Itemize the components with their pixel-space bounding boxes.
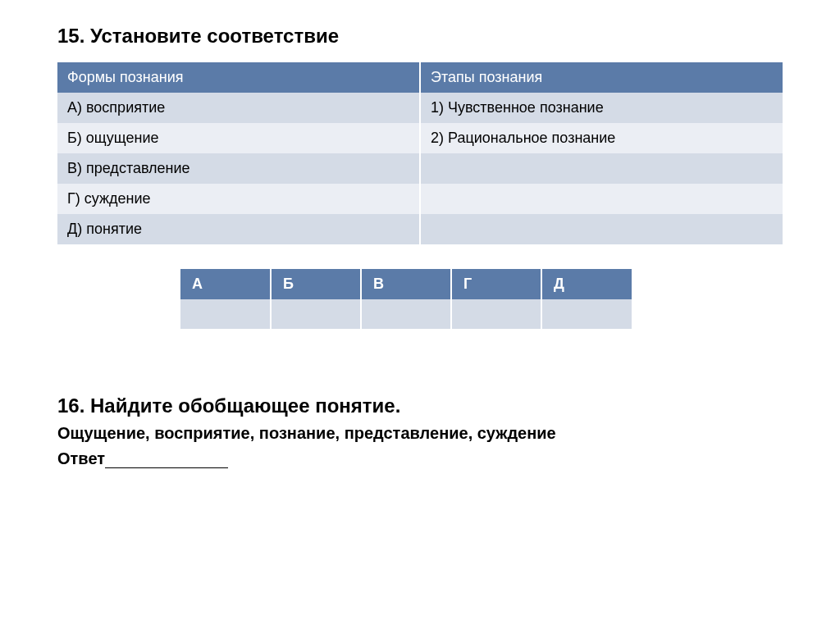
answer-blank[interactable] [105, 467, 228, 468]
answer-label: Ответ [57, 449, 105, 467]
question-16-title: 16. Найдите обобщающее понятие. [57, 394, 783, 417]
table-row: В) представление [57, 153, 783, 184]
cell-stage [420, 153, 783, 184]
cell-stage [420, 184, 783, 214]
answer-col-a: А [180, 269, 271, 299]
answer-cell[interactable] [271, 299, 361, 329]
answer-col-v: В [361, 269, 451, 299]
answer-col-g: Г [451, 269, 541, 299]
answer-cell[interactable] [361, 299, 451, 329]
cell-form: А) восприятие [57, 93, 420, 123]
cell-form: В) представление [57, 153, 420, 184]
answer-grid: А Б В Г Д [180, 269, 632, 329]
answer-cell[interactable] [541, 299, 632, 329]
table-row: Б) ощущение 2) Рациональное познание [57, 123, 783, 153]
question-16-items: Ощущение, восприятие, познание, представ… [57, 424, 783, 443]
answer-cell[interactable] [180, 299, 271, 329]
cell-stage [420, 214, 783, 244]
question-15-title: 15. Установите соответствие [57, 25, 783, 48]
table-row: А) восприятие 1) Чувственное познание [57, 93, 783, 123]
question-16-answer-line: Ответ [57, 449, 783, 468]
col-header-forms: Формы познания [57, 62, 420, 93]
table-row: Г) суждение [57, 184, 783, 214]
cell-form: Б) ощущение [57, 123, 420, 153]
table-row: Д) понятие [57, 214, 783, 244]
cell-form: Д) понятие [57, 214, 420, 244]
answer-col-d: Д [541, 269, 632, 299]
cell-stage: 1) Чувственное познание [420, 93, 783, 123]
cell-stage: 2) Рациональное познание [420, 123, 783, 153]
matching-table: Формы познания Этапы познания А) восприя… [57, 62, 783, 244]
col-header-stages: Этапы познания [420, 62, 783, 93]
cell-form: Г) суждение [57, 184, 420, 214]
answer-col-b: Б [271, 269, 361, 299]
answer-cell[interactable] [451, 299, 541, 329]
